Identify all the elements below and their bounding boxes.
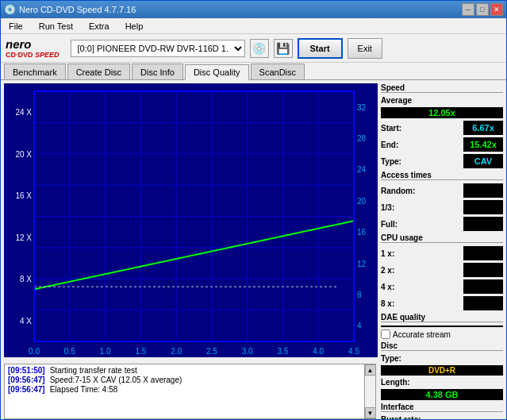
chart-and-right: Speed Average 12.05x Start: 6.67x End: 1… xyxy=(1,80,506,360)
menu-file[interactable]: File xyxy=(4,20,28,33)
log-timestamp-0: [09:51:50] xyxy=(8,366,45,375)
menu-bar: File Run Test Extra Help xyxy=(1,18,506,34)
speed-type-value: CAV xyxy=(463,154,503,168)
cpu-4x-value xyxy=(463,279,503,294)
cpu-2x-value xyxy=(463,263,503,277)
log-content: [09:51:50] Starting transfer rate test [… xyxy=(5,364,375,418)
cpu-2x-label: 2 x: xyxy=(381,266,394,275)
speed-end-value: 15.42x xyxy=(463,137,503,152)
app-window: 💿 Nero CD-DVD Speed 4.7.7.16 ─ □ ✕ File … xyxy=(0,0,507,420)
speed-start-row: Start: 6.67x xyxy=(381,121,503,135)
access-full-value xyxy=(463,217,503,231)
save-icon-btn[interactable]: 💾 xyxy=(274,39,293,58)
title-bar: 💿 Nero CD-DVD Speed 4.7.7.16 ─ □ ✕ xyxy=(1,1,506,18)
speed-start-value: 6.67x xyxy=(463,121,503,135)
log-timestamp-1: [09:56:47] xyxy=(8,376,45,384)
access-random-value xyxy=(463,183,503,198)
disc-type-value: DVD+R xyxy=(381,365,503,376)
right-panel: Speed Average 12.05x Start: 6.67x End: 1… xyxy=(379,80,506,360)
cpu-8x-value xyxy=(463,296,503,310)
disc-icon-btn[interactable]: 💿 xyxy=(250,39,269,58)
log-entry-1: [09:56:47] Speed:7-15 X CAV (12.05 X ave… xyxy=(8,376,372,384)
accurate-stream-label: Accurate stream xyxy=(393,330,451,339)
tab-benchmark[interactable]: Benchmark xyxy=(4,64,66,79)
exit-button[interactable]: Exit xyxy=(348,38,382,59)
speed-chart xyxy=(4,83,378,357)
disc-length-row: Length: xyxy=(381,378,503,387)
cpu-8x-label: 8 x: xyxy=(381,299,394,308)
tabs: Benchmark Create Disc Disc Info Disc Qua… xyxy=(1,63,506,80)
menu-run-test[interactable]: Run Test xyxy=(34,20,78,33)
speed-average-label: Average xyxy=(381,96,412,105)
log-text-2: Elapsed Time: 4:58 xyxy=(50,385,118,394)
menu-extra[interactable]: Extra xyxy=(84,20,114,33)
log-scroll-down[interactable]: ▼ xyxy=(365,407,376,418)
access-full-label: Full: xyxy=(381,220,398,229)
interface-title: Interface xyxy=(381,403,503,412)
cpu-2x-row: 2 x: xyxy=(381,263,503,277)
content-area: Speed Average 12.05x Start: 6.67x End: 1… xyxy=(1,80,506,419)
cpu-8x-row: 8 x: xyxy=(381,296,503,310)
log-scroll-up[interactable]: ▲ xyxy=(365,364,376,376)
cpu-1x-label: 1 x: xyxy=(381,249,394,258)
drive-select[interactable]: [0:0] PIONEER DVD-RW DVR-116D 1.09 xyxy=(71,40,245,57)
burst-rate-row: Burst rate: xyxy=(381,415,503,419)
log-scrollbar: ▲ ▼ xyxy=(364,364,375,418)
disc-section-title: Disc xyxy=(381,341,503,351)
cpu-4x-row: 4 x: xyxy=(381,279,503,294)
access-random-label: Random: xyxy=(381,187,415,195)
window-title: Nero CD-DVD Speed 4.7.7.16 xyxy=(19,5,136,14)
log-entry-2: [09:56:47] Elapsed Time: 4:58 xyxy=(8,385,372,394)
dae-quality-value xyxy=(381,326,503,327)
close-button[interactable]: ✕ xyxy=(490,3,503,16)
log-text-1: Speed:7-15 X CAV (12.05 X average) xyxy=(50,376,182,384)
title-bar-left: 💿 Nero CD-DVD Speed 4.7.7.16 xyxy=(4,4,136,15)
accurate-stream-checkbox[interactable] xyxy=(381,329,390,339)
minimize-button[interactable]: ─ xyxy=(462,3,474,16)
cpu-1x-value xyxy=(463,246,503,260)
disc-length-value: 4.38 GB xyxy=(381,389,503,400)
tab-disc-info[interactable]: Disc Info xyxy=(132,64,183,79)
speed-type-label: Type: xyxy=(381,157,401,166)
nero-logo: nero CD·DVD SPEED xyxy=(6,37,60,59)
access-times-title: Access times xyxy=(381,171,503,180)
dae-quality-title: DAE quality xyxy=(381,313,503,322)
speed-end-row: End: 15.42x xyxy=(381,137,503,152)
log-timestamp-2: [09:56:47] xyxy=(8,385,45,394)
accurate-stream-row: Accurate stream xyxy=(381,329,503,339)
log-entry-0: [09:51:50] Starting transfer rate test xyxy=(8,366,372,375)
start-button[interactable]: Start xyxy=(298,38,343,59)
cpu-1x-row: 1 x: xyxy=(381,246,503,260)
speed-type-row: Type: CAV xyxy=(381,154,503,168)
speed-end-label: End: xyxy=(381,141,398,149)
toolbar: nero CD·DVD SPEED [0:0] PIONEER DVD-RW D… xyxy=(1,34,506,63)
burst-rate-label: Burst rate: xyxy=(381,415,421,419)
tab-scan-disc[interactable]: ScanDisc xyxy=(251,64,305,79)
speed-section-title: Speed xyxy=(381,83,503,93)
tab-disc-quality[interactable]: Disc Quality xyxy=(185,64,249,80)
tab-create-disc[interactable]: Create Disc xyxy=(67,64,130,79)
cpu-usage-title: CPU usage xyxy=(381,233,503,243)
access-onethird-value xyxy=(463,200,503,214)
access-full-row: Full: xyxy=(381,217,503,231)
access-onethird-row: 1/3: xyxy=(381,200,503,214)
cpu-4x-label: 4 x: xyxy=(381,283,394,291)
menu-help[interactable]: Help xyxy=(121,20,148,33)
log-text-0: Starting transfer rate test xyxy=(50,366,137,375)
chart-wrapper xyxy=(4,83,378,357)
title-bar-buttons: ─ □ ✕ xyxy=(462,3,503,16)
speed-average-row: Average xyxy=(381,96,503,105)
maximize-button[interactable]: □ xyxy=(476,3,489,16)
log-area: [09:51:50] Starting transfer rate test [… xyxy=(4,364,376,419)
disc-type-row: Type: xyxy=(381,354,503,363)
access-onethird-label: 1/3: xyxy=(381,203,394,212)
disc-type-label: Type: xyxy=(381,354,401,363)
disc-length-label: Length: xyxy=(381,378,410,387)
access-random-row: Random: xyxy=(381,183,503,198)
speed-average-value: 12.05x xyxy=(381,107,503,118)
speed-start-label: Start: xyxy=(381,124,401,133)
